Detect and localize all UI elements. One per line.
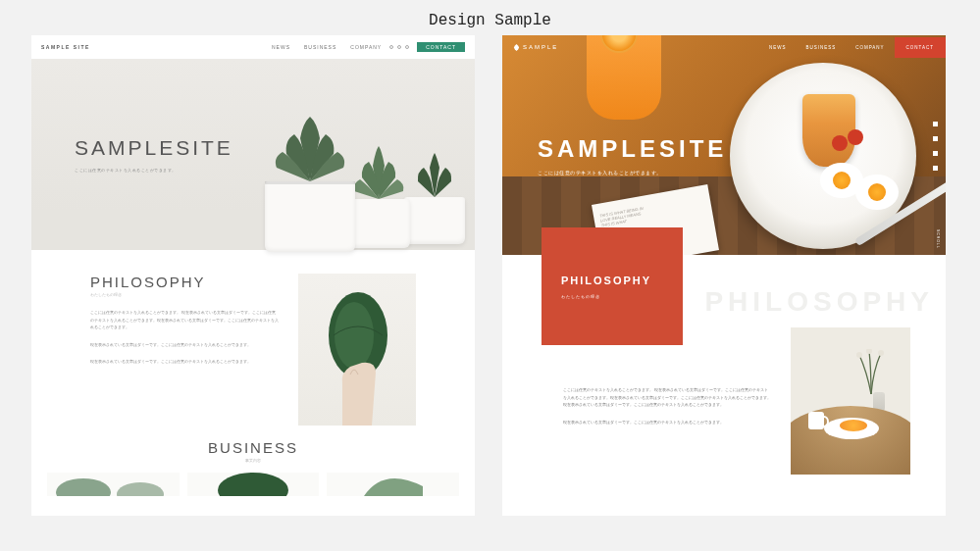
svg-point-6 <box>878 350 884 356</box>
right-philosophy-p1: ここには任意のテキストを入れることができます。 現在表示されている文章はダミーで… <box>563 386 771 409</box>
right-logo-text: SAMPLE <box>523 44 558 50</box>
right-hero-title: SAMPLESITE <box>538 135 727 163</box>
right-philosophy-p2: 現在表示されている文章はダミーです。ここには任意のテキストを入れることができます… <box>563 419 771 426</box>
left-hero: SAMPLESITE ここには任意のテキストを入れることができます。 <box>31 59 475 250</box>
left-philosophy-p1: ここには任意のテキストを入れることができます。 現在表示されている文章はダミーで… <box>90 309 279 331</box>
left-business-image-1 <box>47 473 180 496</box>
left-business-section: BUSINESS 事業内容 <box>31 435 475 496</box>
svg-point-2 <box>56 478 111 496</box>
right-body-image <box>791 327 910 475</box>
instagram-icon[interactable] <box>933 136 938 141</box>
left-header: SAMPLE SITE NEWS BUSINESS COMPANY CONTAC… <box>31 35 475 59</box>
right-philosophy-bg-text: PHILOSOPHY <box>704 286 934 318</box>
left-contact-button[interactable]: CONTACT <box>417 42 465 52</box>
left-philosophy-p2: 現在表示されている文章はダミーです。ここには任意のテキストを入れることができます… <box>90 341 279 349</box>
left-hero-subtitle: ここには任意のテキストを入れることができます。 <box>75 168 233 173</box>
svg-point-4 <box>218 473 288 496</box>
tomato-icon <box>848 129 863 145</box>
right-body: ここには任意のテキストを入れることができます。 現在表示されている文章はダミーで… <box>502 375 946 475</box>
right-philosophy-subtitle: わたしたちの理念 <box>561 294 683 299</box>
svg-point-3 <box>117 482 164 496</box>
svg-point-7 <box>866 349 872 354</box>
left-philosophy-subtitle: わたしたちの理念 <box>90 292 279 297</box>
right-logo[interactable]: SAMPLE <box>514 44 558 50</box>
left-nav: NEWS BUSINESS COMPANY <box>272 44 382 50</box>
svg-point-5 <box>856 352 862 358</box>
right-hero-subtitle: ここには任意のテキストを入れることができます。 <box>538 171 727 175</box>
youtube-icon[interactable] <box>933 166 938 171</box>
twitter-icon[interactable] <box>933 151 938 156</box>
flower-vase-icon <box>851 349 891 394</box>
left-business-image-3 <box>327 473 459 496</box>
left-philosophy-title: PHILOSOPHY <box>90 274 279 290</box>
left-nav-business[interactable]: BUSINESS <box>304 44 336 50</box>
plant-pots-image <box>265 181 465 252</box>
svg-point-1 <box>335 302 374 369</box>
twitter-icon[interactable] <box>397 45 401 49</box>
sample-right: THIS IS WHAT BEING IN LOVE REALLY MEANS … <box>502 35 946 516</box>
fried-egg-icon <box>855 175 899 210</box>
left-social-icons <box>389 45 409 49</box>
instagram-icon[interactable] <box>405 45 409 49</box>
samples-row: SAMPLE SITE NEWS BUSINESS COMPANY CONTAC… <box>0 35 980 535</box>
left-business-image-2 <box>187 473 320 496</box>
right-nav-business[interactable]: BUSINESS <box>796 37 846 58</box>
right-nav-news[interactable]: NEWS <box>759 37 797 58</box>
left-logo[interactable]: SAMPLE SITE <box>41 44 272 50</box>
left-nav-company[interactable]: COMPANY <box>350 44 382 50</box>
left-business-title: BUSINESS <box>31 439 475 456</box>
leaf-icon <box>513 43 520 50</box>
facebook-icon[interactable] <box>389 45 393 49</box>
right-contact-button[interactable]: CONTACT <box>895 37 946 58</box>
left-hero-title: SAMPLESITE <box>75 136 233 160</box>
mug-icon <box>808 412 824 429</box>
left-nav-news[interactable]: NEWS <box>272 44 290 50</box>
facebook-icon[interactable] <box>933 122 938 126</box>
sample-left: SAMPLE SITE NEWS BUSINESS COMPANY CONTAC… <box>31 35 475 516</box>
left-philosophy-p3: 現在表示されている文章はダミーです。ここには任意のテキストを入れることができます… <box>90 358 279 366</box>
scroll-indicator: SCROLL <box>936 229 940 249</box>
left-philosophy-image <box>298 274 416 426</box>
right-nav-company[interactable]: COMPANY <box>846 37 894 58</box>
page-title: Design Sample <box>0 0 980 35</box>
tomato-icon <box>832 135 848 151</box>
pancakes-icon <box>802 94 855 167</box>
right-header: SAMPLE NEWS BUSINESS COMPANY CONTACT <box>502 35 946 59</box>
right-social-icons <box>933 122 938 171</box>
right-nav: NEWS BUSINESS COMPANY <box>759 37 895 58</box>
right-hero: THIS IS WHAT BEING IN LOVE REALLY MEANS … <box>502 35 946 255</box>
right-philosophy-title: PHILOSOPHY <box>561 275 683 286</box>
breakfast-plate-icon <box>824 418 879 439</box>
left-philosophy-section: PHILOSOPHY わたしたちの理念 ここには任意のテキストを入れることができ… <box>31 250 475 435</box>
right-philosophy-box: PHILOSOPHY わたしたちの理念 <box>542 227 683 345</box>
